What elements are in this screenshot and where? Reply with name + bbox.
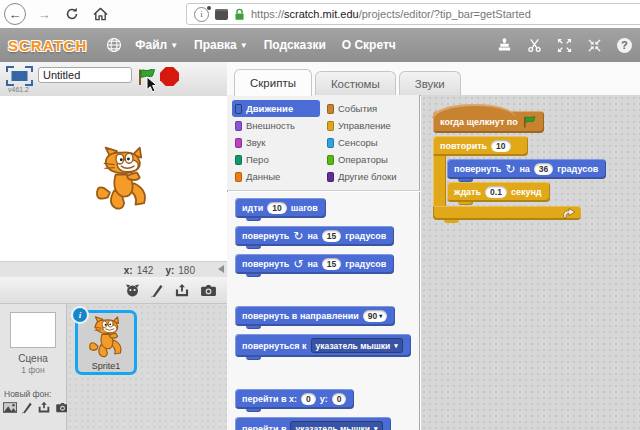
reload-button[interactable] <box>62 4 82 24</box>
palette-block-8[interactable]: перейти вуказатель мышки▾ <box>235 417 391 430</box>
project-name-input[interactable] <box>38 67 132 83</box>
stage-thumbnail[interactable] <box>10 312 56 348</box>
block-dropdown[interactable]: указатель мышки▾ <box>311 338 403 353</box>
category-item[interactable]: Другие блоки <box>324 168 419 185</box>
stop-button[interactable] <box>160 67 179 86</box>
scripts-area[interactable]: когда щелкнут поповторить10повернуть↻на3… <box>421 95 640 430</box>
menu-tools: ? <box>497 37 632 53</box>
category-item[interactable]: Движение <box>232 100 320 117</box>
repeat-block-foot[interactable] <box>433 206 581 220</box>
sprite-info-badge[interactable]: i <box>71 306 89 324</box>
rotate-cw-icon: ↻ <box>293 231 303 241</box>
fullscreen-button[interactable] <box>6 66 33 86</box>
category-color-swatch <box>327 155 334 165</box>
forward-button[interactable]: → <box>34 4 54 24</box>
camera-sprite-button[interactable] <box>200 284 217 297</box>
scratch-logo[interactable]: SCRATCH <box>8 37 87 54</box>
block-number-input[interactable]: 10 <box>491 140 510 152</box>
palette-block-0[interactable]: идти10шагов <box>235 198 326 218</box>
new-sprite-library-button[interactable] <box>125 283 140 298</box>
category-label: Сенсоры <box>338 137 378 148</box>
palette-block-7[interactable]: перейти в x:0y:0 <box>235 389 354 409</box>
block-number-input[interactable]: 0.1 <box>485 186 507 198</box>
cat-sprite[interactable] <box>90 146 154 214</box>
block-number-input[interactable]: 15 <box>322 230 341 242</box>
menu-item-1[interactable]: Правка▼ <box>194 38 248 52</box>
back-button[interactable]: ← <box>4 3 26 25</box>
block-number-input[interactable]: 36 <box>534 163 553 175</box>
language-button[interactable] <box>106 37 122 53</box>
category-label: Звук <box>246 137 265 148</box>
script-block-0[interactable]: повернуть↻на36градусов <box>447 159 606 179</box>
paint-backdrop-button[interactable] <box>21 401 33 414</box>
category-label: Другие блоки <box>338 171 396 182</box>
grow-button[interactable] <box>557 37 573 53</box>
repeat-block-arm <box>433 156 446 206</box>
palette-block-4[interactable]: повернуть в направлении90▾ <box>235 306 395 326</box>
palette-block-2[interactable]: повернуть↺на15градусов <box>235 254 394 274</box>
block-dropdown[interactable]: указатель мышки▾ <box>290 421 382 430</box>
mouse-coordinates-bar: x: 142 y: 180 <box>0 261 227 278</box>
sprite-library-icon <box>125 283 140 298</box>
category-item[interactable]: Внешность <box>232 117 320 134</box>
category-item[interactable]: События <box>324 100 419 117</box>
site-info-icon[interactable]: i <box>194 7 209 22</box>
category-label: События <box>338 103 377 114</box>
block-label: на <box>307 258 317 270</box>
block-label: градусов <box>557 163 598 175</box>
extension-icon[interactable] <box>215 9 228 20</box>
stage-header: v461.2 <box>0 62 227 97</box>
category-item[interactable]: Перо <box>232 151 320 168</box>
palette-block-1[interactable]: повернуть↻на15градусов <box>235 226 394 246</box>
duplicate-button[interactable] <box>497 37 513 53</box>
backdrop-library-button[interactable] <box>3 402 17 413</box>
upload-backdrop-button[interactable] <box>37 401 51 414</box>
shrink-button[interactable] <box>587 37 603 53</box>
block-number-input[interactable]: 10 <box>267 202 286 214</box>
category-item[interactable]: Управление <box>324 117 419 134</box>
version-label: v461.2 <box>8 86 29 93</box>
paint-new-sprite-button[interactable] <box>150 283 164 298</box>
block-label: секунд <box>511 186 542 198</box>
block-label: градусов <box>345 230 386 242</box>
home-icon <box>93 7 108 21</box>
stage[interactable] <box>0 96 227 261</box>
repeat-block-top[interactable]: повторить10 <box>433 136 528 156</box>
category-item[interactable]: Сенсоры <box>324 134 419 151</box>
menu-item-3[interactable]: О Скретч <box>342 38 396 52</box>
block-label: y: <box>320 393 328 405</box>
category-item[interactable]: Данные <box>232 168 320 185</box>
tab-0[interactable]: Скрипты <box>234 69 312 96</box>
delete-button[interactable] <box>527 37 543 53</box>
block-label: повернуть <box>242 258 289 270</box>
back-arrow-icon: ← <box>9 7 22 22</box>
block-help-icon[interactable]: ? <box>617 38 632 53</box>
lock-icon <box>234 8 245 21</box>
script-block-1[interactable]: ждать0.1секунд <box>447 182 550 202</box>
menu-item-label: Подсказки <box>264 38 326 52</box>
tab-1[interactable]: Костюмы <box>315 71 396 95</box>
block-label: повторить <box>440 140 487 152</box>
block-number-input[interactable]: 0 <box>301 393 316 405</box>
when-flag-clicked-hat-block[interactable]: когда щелкнут по <box>433 111 544 133</box>
block-number-dropdown[interactable]: 90▾ <box>363 310 387 322</box>
category-item[interactable]: Операторы <box>324 151 419 168</box>
home-button[interactable] <box>90 4 110 24</box>
x-value: 142 <box>137 265 154 276</box>
category-color-swatch <box>327 104 334 114</box>
address-bar[interactable]: i https://scratch.mit.edu/projects/edito… <box>186 3 640 25</box>
palette-block-5[interactable]: повернуться куказатель мышки▾ <box>235 334 411 357</box>
category-item[interactable]: Звук <box>232 134 320 151</box>
collapse-arrow-icon[interactable] <box>218 265 224 273</box>
block-number-input[interactable]: 15 <box>322 258 341 270</box>
rotate-ccw-icon: ↺ <box>293 259 303 269</box>
block-number-input[interactable]: 0 <box>332 393 347 405</box>
camera-icon <box>200 284 217 297</box>
upload-sprite-button[interactable] <box>174 283 190 298</box>
sprite-name-label: Sprite1 <box>80 361 132 371</box>
sprite-thumbnail[interactable]: i Sprite1 <box>75 310 137 375</box>
menu-item-0[interactable]: Файл▼ <box>135 38 178 52</box>
dropdown-caret-icon: ▼ <box>240 41 248 50</box>
tab-2[interactable]: Звуки <box>399 71 461 95</box>
menu-item-2[interactable]: Подсказки <box>264 38 326 52</box>
